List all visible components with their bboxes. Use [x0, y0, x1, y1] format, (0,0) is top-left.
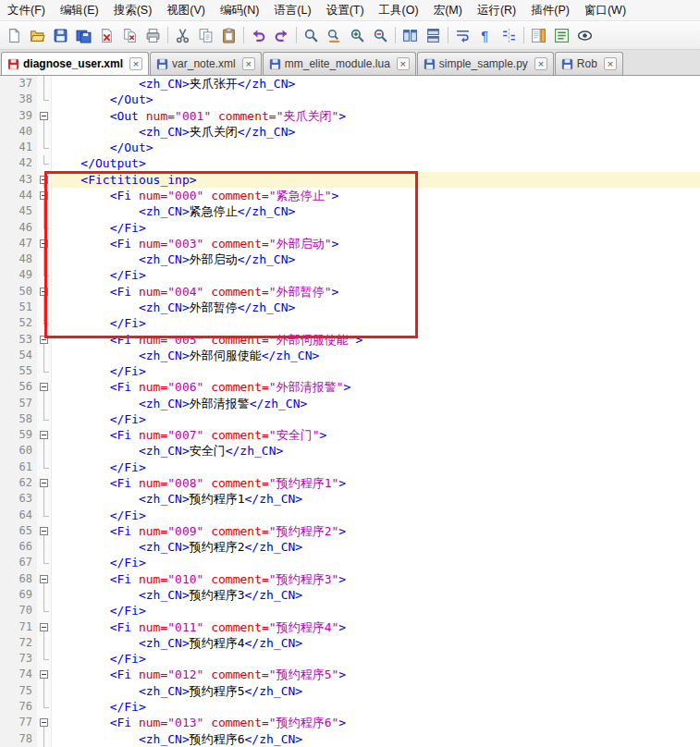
line-number[interactable]: 74	[8, 667, 37, 682]
bookmark-margin[interactable]	[0, 603, 8, 618]
code-line[interactable]: 53 <Fi num="005" comment="外部伺服使能">	[0, 332, 700, 348]
line-number[interactable]: 48	[8, 251, 37, 267]
code-line[interactable]: 71 <Fi num="011" comment="预约程序4">	[0, 619, 700, 635]
fold-margin[interactable]	[37, 571, 52, 587]
code-line[interactable]: 68 <Fi num="010" comment="预约程序3">	[0, 571, 700, 587]
fold-collapse-icon[interactable]	[40, 288, 48, 296]
fold-margin[interactable]	[37, 236, 52, 251]
bookmark-margin[interactable]	[0, 284, 8, 300]
fold-margin[interactable]	[37, 619, 52, 635]
line-number[interactable]: 63	[8, 491, 37, 507]
bookmark-margin[interactable]	[0, 76, 8, 92]
menu-item-search[interactable]: 搜索(S)	[106, 0, 160, 20]
bookmark-margin[interactable]	[0, 188, 8, 203]
doc-map-button[interactable]	[527, 24, 550, 47]
bookmark-margin[interactable]	[0, 411, 8, 427]
code-line[interactable]: 52 </Fi>	[0, 315, 700, 331]
line-number[interactable]: 71	[8, 619, 37, 635]
find-button[interactable]	[300, 24, 323, 47]
tab-close-icon[interactable]: ×	[242, 57, 255, 70]
save-all-button[interactable]	[72, 24, 95, 47]
code-line[interactable]: 60 <zh_CN>安全门</zh_CN>	[0, 443, 700, 459]
menu-item-plugins[interactable]: 插件(P)	[523, 0, 577, 20]
code-line[interactable]: 51 <zh_CN>外部暂停</zh_CN>	[0, 300, 700, 315]
bookmark-margin[interactable]	[0, 459, 8, 475]
fold-margin[interactable]	[37, 108, 52, 124]
code-line[interactable]: 59 <Fi num="007" comment="安全门">	[0, 427, 700, 443]
line-number[interactable]: 76	[8, 699, 37, 715]
close-button[interactable]	[95, 24, 118, 47]
bookmark-margin[interactable]	[0, 508, 8, 523]
line-number[interactable]: 46	[8, 220, 37, 236]
tab-close-icon[interactable]: ×	[129, 57, 142, 70]
bookmark-margin[interactable]	[0, 699, 8, 715]
bookmark-margin[interactable]	[0, 108, 8, 124]
code-line[interactable]: 76 </Fi>	[0, 699, 700, 715]
bookmark-margin[interactable]	[0, 683, 8, 699]
fold-collapse-icon[interactable]	[40, 336, 48, 344]
bookmark-margin[interactable]	[0, 523, 8, 539]
line-number[interactable]: 51	[8, 300, 37, 315]
menu-item-file[interactable]: 文件(F)	[0, 0, 53, 20]
code-line[interactable]: 69 <zh_CN>预约程序3</zh_CN>	[0, 587, 700, 603]
code-line[interactable]: 37 <zh_CN>夹爪张开</zh_CN>	[0, 76, 700, 92]
paste-button[interactable]	[217, 24, 240, 47]
menu-item-macro[interactable]: 宏(M)	[426, 0, 470, 20]
line-number[interactable]: 58	[8, 411, 37, 427]
line-number[interactable]: 66	[8, 539, 37, 555]
cut-button[interactable]	[171, 24, 194, 47]
fold-margin[interactable]	[37, 284, 52, 300]
fold-collapse-icon[interactable]	[40, 575, 48, 583]
menu-item-encoding[interactable]: 编码(N)	[213, 0, 266, 20]
code-line[interactable]: 43 <Fictitious_inp>	[0, 172, 700, 188]
code-line[interactable]: 45 <zh_CN>紧急停止</zh_CN>	[0, 203, 700, 219]
fold-margin[interactable]	[37, 427, 52, 443]
menu-item-window[interactable]: 窗口(W)	[577, 0, 633, 20]
menu-item-view[interactable]: 视图(V)	[159, 0, 213, 20]
code-line[interactable]: 38 </Out>	[0, 92, 700, 107]
bookmark-margin[interactable]	[0, 667, 8, 682]
code-line[interactable]: 57 <zh_CN>外部清报警</zh_CN>	[0, 396, 700, 411]
bookmark-margin[interactable]	[0, 571, 8, 587]
bookmark-margin[interactable]	[0, 491, 8, 507]
bookmark-margin[interactable]	[0, 203, 8, 219]
line-number[interactable]: 68	[8, 571, 37, 587]
fold-collapse-icon[interactable]	[40, 670, 48, 679]
code-line[interactable]: 78 <zh_CN>预约程序6</zh_CN>	[0, 731, 700, 747]
sync-horizontal-button[interactable]	[422, 24, 445, 47]
bookmark-margin[interactable]	[0, 220, 8, 236]
print-button[interactable]	[141, 24, 165, 47]
code-line[interactable]: 66 <zh_CN>预约程序2</zh_CN>	[0, 539, 700, 555]
bookmark-margin[interactable]	[0, 475, 8, 491]
bookmark-margin[interactable]	[0, 124, 8, 140]
sync-vertical-button[interactable]	[399, 24, 422, 47]
tab-mm-elite-module-lua[interactable]: mm_elite_module.lua×	[263, 52, 416, 75]
code-line[interactable]: 40 <zh_CN>夹爪关闭</zh_CN>	[0, 124, 700, 140]
fold-margin[interactable]	[37, 172, 52, 188]
bookmark-margin[interactable]	[0, 619, 8, 635]
bookmark-margin[interactable]	[0, 396, 8, 411]
tab-var-note-xml[interactable]: var_note.xml×	[150, 52, 262, 75]
fold-collapse-icon[interactable]	[40, 479, 48, 487]
menu-item-edit[interactable]: 编辑(E)	[53, 0, 106, 20]
code-line[interactable]: 70 </Fi>	[0, 603, 700, 618]
editor[interactable]: 37 <zh_CN>夹爪张开</zh_CN>38 </Out>39 <Out n…	[0, 76, 700, 747]
bookmark-margin[interactable]	[0, 443, 8, 459]
line-number[interactable]: 70	[8, 603, 37, 618]
fold-margin[interactable]	[37, 332, 52, 348]
code-line[interactable]: 75 <zh_CN>预约程序5</zh_CN>	[0, 683, 700, 699]
code-line[interactable]: 50 <Fi num="004" comment="外部暂停">	[0, 284, 700, 300]
fold-collapse-icon[interactable]	[40, 176, 48, 184]
bookmark-margin[interactable]	[0, 92, 8, 107]
fold-margin[interactable]	[37, 523, 52, 539]
code-line[interactable]: 42 </Output>	[0, 155, 700, 171]
line-number[interactable]: 60	[8, 443, 37, 459]
code-line[interactable]: 61 </Fi>	[0, 459, 700, 475]
line-number[interactable]: 43	[8, 172, 37, 188]
bookmark-margin[interactable]	[0, 539, 8, 555]
bookmark-margin[interactable]	[0, 155, 8, 171]
line-number[interactable]: 67	[8, 555, 37, 570]
code-line[interactable]: 56 <Fi num="006" comment="外部清报警">	[0, 379, 700, 395]
line-number[interactable]: 78	[8, 731, 37, 747]
bookmark-margin[interactable]	[0, 300, 8, 315]
